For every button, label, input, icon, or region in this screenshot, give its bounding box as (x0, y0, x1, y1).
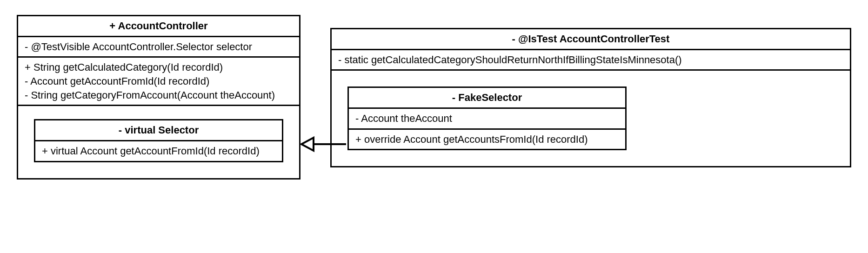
svg-marker-1 (301, 138, 314, 151)
diagram-canvas: + AccountController - @TestVisible Accou… (0, 0, 868, 253)
generalization-arrow-icon (0, 0, 868, 253)
